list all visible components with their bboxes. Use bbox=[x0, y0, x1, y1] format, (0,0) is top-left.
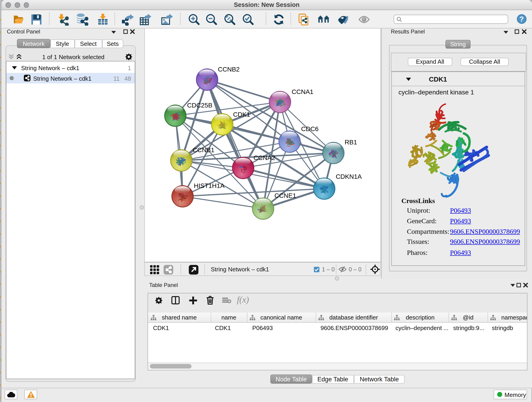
svg-text:CCNA2: CCNA2 bbox=[253, 154, 275, 161]
svg-text:HIST1H1A: HIST1H1A bbox=[194, 182, 224, 189]
svg-text:CDKN1A: CDKN1A bbox=[336, 173, 361, 180]
svg-text:CDC6: CDC6 bbox=[301, 125, 318, 132]
svg-text:CCNA1: CCNA1 bbox=[291, 88, 313, 95]
svg-text:CDK1: CDK1 bbox=[233, 111, 250, 118]
svg-text:RB1: RB1 bbox=[344, 138, 357, 146]
svg-text:CCNE1: CCNE1 bbox=[274, 192, 296, 199]
svg-text:CCNB2: CCNB2 bbox=[218, 65, 239, 73]
svg-text:CDC25B: CDC25B bbox=[187, 102, 212, 109]
svg-text:CCNB1: CCNB1 bbox=[192, 146, 214, 153]
